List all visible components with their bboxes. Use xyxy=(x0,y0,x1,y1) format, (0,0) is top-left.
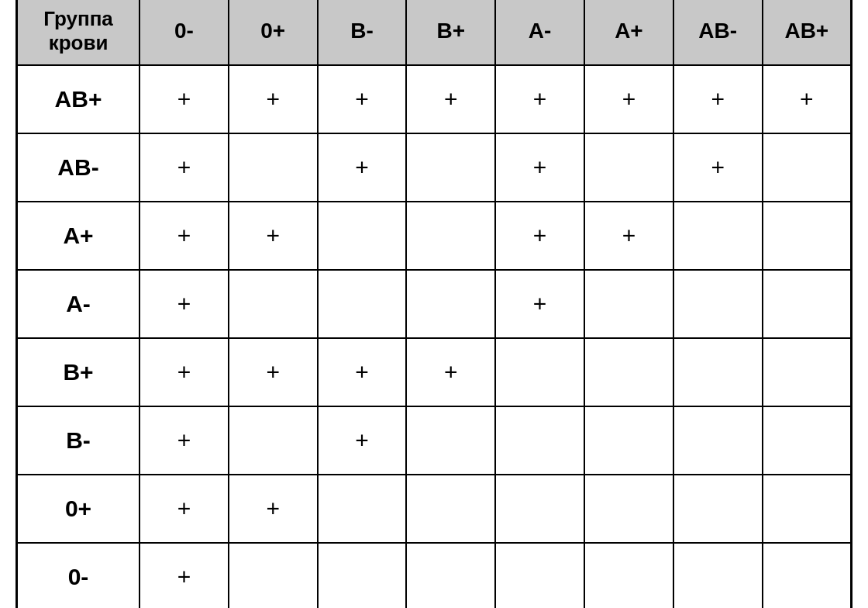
table-cell xyxy=(584,338,673,406)
table-cell xyxy=(584,133,673,202)
table-cell xyxy=(495,543,584,608)
table-cell: + xyxy=(140,133,229,202)
table-cell xyxy=(406,475,495,543)
header-col-aminus: A- xyxy=(495,0,584,65)
table-cell: + xyxy=(140,270,229,338)
table-cell xyxy=(763,133,852,202)
table-cell: + xyxy=(584,202,673,270)
table-cell: + xyxy=(140,338,229,406)
table-cell: + xyxy=(318,406,407,475)
table-cell: + xyxy=(140,475,229,543)
table-cell: + xyxy=(406,338,495,406)
row-header-0plus: 0+ xyxy=(17,475,140,543)
table-cell: + xyxy=(140,406,229,475)
table-cell xyxy=(673,338,763,406)
table-cell xyxy=(229,406,318,475)
table-cell xyxy=(673,543,763,608)
table-cell: + xyxy=(495,133,584,202)
table-cell: + xyxy=(140,543,229,608)
table-cell xyxy=(584,406,673,475)
table-cell xyxy=(229,270,318,338)
table-cell: + xyxy=(229,338,318,406)
table-cell xyxy=(763,202,852,270)
header-col-abplus: AB+ xyxy=(763,0,852,65)
table-cell xyxy=(229,133,318,202)
table-row: AB+++++++++ xyxy=(17,65,852,133)
table-row: A-++ xyxy=(17,270,852,338)
table-cell: + xyxy=(495,270,584,338)
row-header-bminus: B- xyxy=(17,406,140,475)
table-cell xyxy=(673,270,763,338)
table-cell xyxy=(763,338,852,406)
table-cell: + xyxy=(229,65,318,133)
table-cell: + xyxy=(763,65,852,133)
table-row: B-++ xyxy=(17,406,852,475)
header-col-0minus: 0- xyxy=(140,0,229,65)
table-cell xyxy=(763,543,852,608)
table-row: 0-+ xyxy=(17,543,852,608)
row-header-abminus: AB- xyxy=(17,133,140,202)
table-cell: + xyxy=(229,475,318,543)
header-col-abminus: AB- xyxy=(673,0,763,65)
table-cell xyxy=(229,543,318,608)
table-cell xyxy=(584,475,673,543)
table-cell xyxy=(318,475,407,543)
table-cell xyxy=(406,543,495,608)
table-cell: + xyxy=(140,202,229,270)
table-cell xyxy=(673,202,763,270)
table-cell xyxy=(318,543,407,608)
header-col-0plus: 0+ xyxy=(229,0,318,65)
table-cell xyxy=(318,202,407,270)
header-col-bplus: B+ xyxy=(406,0,495,65)
header-group-label: Группа крови xyxy=(17,0,140,65)
row-header-abplus: AB+ xyxy=(17,65,140,133)
table-cell: + xyxy=(495,202,584,270)
table-cell xyxy=(584,270,673,338)
blood-type-compatibility-table: Группа крови 0- 0+ B- B+ A- A+ AB- AB+ A… xyxy=(16,0,852,608)
table-row: A+++++ xyxy=(17,202,852,270)
header-col-aplus: A+ xyxy=(584,0,673,65)
header-row: Группа крови 0- 0+ B- B+ A- A+ AB- AB+ xyxy=(17,0,852,65)
table-cell: + xyxy=(673,133,763,202)
row-header-bplus: B+ xyxy=(17,338,140,406)
table-cell xyxy=(763,270,852,338)
table-cell: + xyxy=(318,65,407,133)
table-cell: + xyxy=(229,202,318,270)
table-row: B+++++ xyxy=(17,338,852,406)
table-cell: + xyxy=(584,65,673,133)
table-cell: + xyxy=(673,65,763,133)
table-cell: + xyxy=(318,133,407,202)
table-cell xyxy=(495,406,584,475)
table-row: 0+++ xyxy=(17,475,852,543)
table-cell xyxy=(406,133,495,202)
table-cell xyxy=(406,202,495,270)
header-col-bminus: B- xyxy=(318,0,407,65)
table-cell xyxy=(673,475,763,543)
table-cell xyxy=(495,475,584,543)
table-row: AB-++++ xyxy=(17,133,852,202)
row-header-aminus: A- xyxy=(17,270,140,338)
table-cell: + xyxy=(406,65,495,133)
table-cell xyxy=(495,338,584,406)
table-cell xyxy=(318,270,407,338)
table-cell: + xyxy=(140,65,229,133)
table-cell xyxy=(763,406,852,475)
table-cell xyxy=(406,270,495,338)
table-cell xyxy=(673,406,763,475)
row-header-0minus: 0- xyxy=(17,543,140,608)
table-cell xyxy=(584,543,673,608)
row-header-aplus: A+ xyxy=(17,202,140,270)
table-cell: + xyxy=(318,338,407,406)
table-cell xyxy=(406,406,495,475)
table-cell: + xyxy=(495,65,584,133)
table-cell xyxy=(763,475,852,543)
